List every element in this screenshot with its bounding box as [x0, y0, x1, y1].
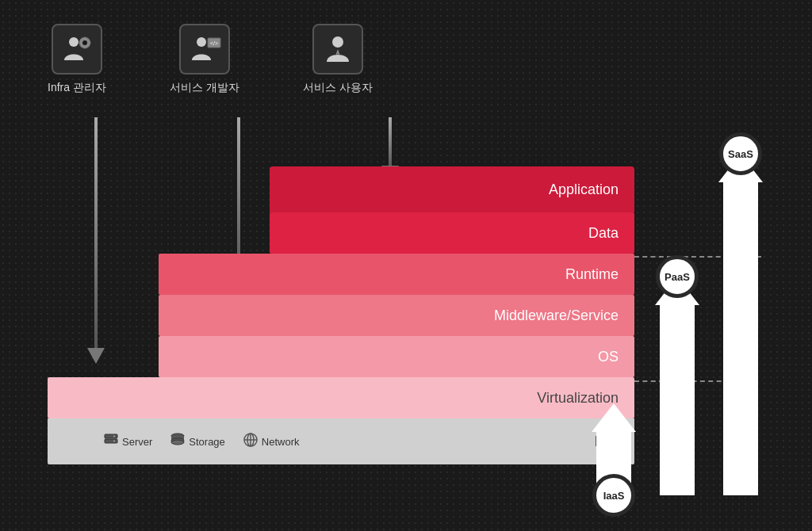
layer-application: Application	[270, 166, 634, 212]
storage-icon	[170, 432, 186, 452]
iaas-arrow-body: IaaS	[596, 432, 631, 495]
network-label: Network	[262, 436, 300, 448]
svg-point-16	[113, 435, 115, 437]
storage-item: Storage	[170, 432, 225, 452]
paas-arrowhead: PaaS	[655, 277, 699, 305]
svg-rect-6	[87, 42, 90, 44]
infra-icon	[52, 24, 102, 74]
persona-dev: </> 서비스 개발자	[170, 24, 239, 95]
dev-icon: </>	[179, 24, 230, 74]
svg-text:</>: </>	[210, 40, 218, 46]
iaas-badge: IaaS	[592, 474, 635, 517]
layer-hw: Server Storage	[48, 418, 634, 464]
os-label: OS	[598, 349, 619, 365]
server-label: Server	[122, 436, 152, 448]
network-item: Network	[243, 432, 300, 452]
svg-point-22	[171, 440, 184, 445]
data-label: Data	[588, 225, 619, 242]
svg-rect-14	[105, 434, 117, 438]
hw-icons: Server Storage	[103, 432, 300, 452]
svg-rect-15	[105, 439, 117, 443]
svg-point-12	[332, 36, 343, 48]
saas-arrow-body	[723, 182, 758, 495]
paas-badge: PaaS	[656, 255, 699, 298]
runtime-label: Runtime	[565, 266, 619, 283]
persona-infra: Infra 관리자	[48, 24, 106, 95]
paas-arrow-group: PaaS	[655, 277, 699, 495]
svg-point-0	[69, 37, 79, 47]
dev-label: 서비스 개발자	[170, 81, 239, 95]
personas-row: Infra 관리자 </> 서비스 개발자 서비스 사용자	[48, 24, 373, 95]
application-label: Application	[549, 181, 619, 198]
persona-user: 서비스 사용자	[303, 24, 373, 95]
svg-rect-5	[79, 42, 82, 44]
server-item: Server	[103, 432, 152, 452]
svg-rect-3	[84, 37, 86, 40]
layer-virtualization: Virtualization	[48, 377, 634, 418]
middleware-label: Middleware/Service	[494, 308, 619, 324]
stack-container: Application Data Runtime Middleware/Serv…	[48, 166, 634, 464]
iaas-arrow-group: IaaS	[592, 403, 636, 495]
server-icon	[103, 432, 119, 452]
svg-rect-4	[84, 45, 86, 48]
svg-point-9	[197, 37, 206, 47]
user-icon	[312, 24, 363, 74]
svg-marker-13	[335, 49, 340, 55]
arrow-user	[389, 117, 392, 169]
layer-middleware: Middleware/Service	[159, 295, 634, 336]
svg-point-17	[113, 440, 115, 441]
paas-arrow-body	[660, 305, 695, 495]
saas-arrowhead: SaaS	[718, 154, 763, 182]
layer-data: Data	[270, 212, 634, 254]
storage-label: Storage	[189, 436, 225, 448]
saas-badge: SaaS	[719, 132, 762, 175]
network-icon	[243, 432, 259, 452]
user-label: 서비스 사용자	[303, 81, 373, 95]
saas-arrow-group: SaaS	[718, 154, 763, 495]
layer-os: OS	[159, 336, 634, 377]
iaas-arrowhead	[592, 403, 636, 432]
svg-point-2	[82, 40, 87, 45]
layer-runtime: Runtime	[159, 254, 634, 295]
infra-label: Infra 관리자	[48, 81, 106, 95]
